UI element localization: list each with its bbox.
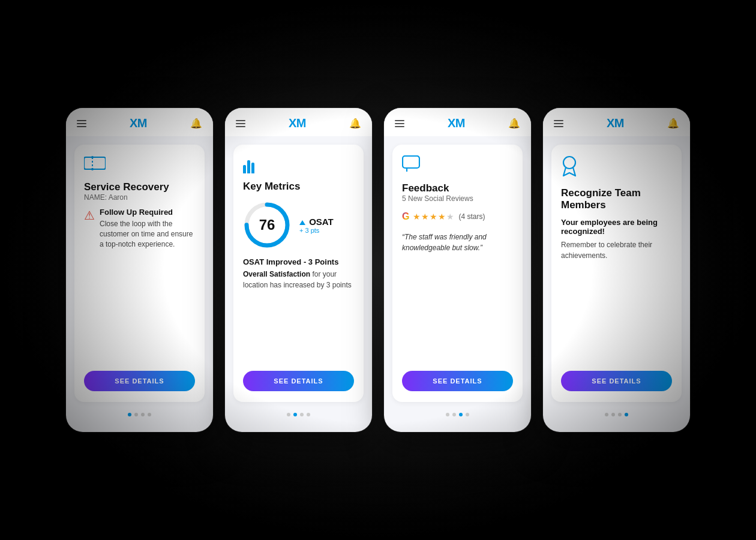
card-subtitle-3: 5 New Social Reviews — [402, 194, 513, 203]
phone-header-2: XM 🔔 — [225, 108, 372, 136]
phone-header-4: XM 🔔 — [543, 108, 690, 136]
alert-title: Follow Up Required — [100, 208, 195, 217]
svg-point-2 — [91, 168, 94, 170]
stars-label: (4 stars) — [458, 212, 485, 221]
menu-icon-3[interactable] — [395, 120, 404, 127]
card-service-recovery: Service Recovery NAME: Aaron ⚠ Follow Up… — [74, 145, 205, 402]
card-title-2: Key Metrics — [243, 181, 354, 193]
dots-2 — [233, 408, 364, 424]
dot-4-1 — [611, 413, 615, 416]
card-title-1: Service Recovery — [84, 181, 195, 193]
triangle-up-icon — [299, 220, 305, 225]
bell-icon-3[interactable]: 🔔 — [508, 118, 520, 129]
see-details-button-2[interactable]: SEE DETAILS — [243, 371, 354, 391]
phone-header-1: XM 🔔 — [66, 108, 213, 136]
dot-4-0 — [605, 413, 608, 416]
phone-body-1: Service Recovery NAME: Aaron ⚠ Follow Up… — [66, 136, 213, 432]
metrics-bold: Overall Satisfaction — [243, 270, 310, 278]
metrics-headline: OSAT Improved - 3 Points — [243, 257, 354, 266]
dot-2-0 — [287, 413, 290, 416]
svg-rect-0 — [84, 157, 106, 169]
card-title-4: Recognize Team Members — [561, 187, 672, 212]
osat-ring-container: 76 — [243, 201, 291, 249]
dot-4-2 — [618, 413, 622, 416]
phone-card-recognize: XM 🔔 Recognize Team Members Your employe… — [543, 108, 690, 432]
chat-icon — [402, 155, 513, 175]
see-details-button-3[interactable]: SEE DETAILS — [402, 371, 513, 391]
phone-card-key-metrics: XM 🔔 Key Metrics — [225, 108, 372, 432]
google-logo: G — [402, 211, 409, 222]
dots-4 — [551, 408, 682, 424]
xm-logo-1: XM — [130, 116, 147, 130]
dot-2-2 — [300, 413, 304, 416]
alert-body: Close the loop with the customer on time… — [100, 219, 195, 249]
menu-icon-1[interactable] — [77, 120, 86, 127]
card-title-3: Feedback — [402, 182, 513, 194]
osat-label-container: OSAT + 3 pts — [299, 217, 334, 234]
osat-delta: + 3 pts — [299, 227, 334, 234]
dot-3-1 — [452, 413, 456, 416]
award-icon — [561, 155, 672, 180]
xm-logo-2: XM — [289, 116, 306, 130]
phone-header-3: XM 🔔 — [384, 108, 531, 136]
see-details-button-1[interactable]: SEE DETAILS — [84, 371, 195, 391]
bell-icon-4[interactable]: 🔔 — [667, 118, 679, 129]
phone-body-2: Key Metrics 76 OSAT + 3 — [225, 136, 372, 432]
alert-section: ⚠ Follow Up Required Close the loop with… — [84, 208, 195, 249]
osat-ring: 76 OSAT + 3 pts — [243, 201, 354, 249]
alert-icon: ⚠ — [84, 208, 95, 223]
metrics-body: OSAT Improved - 3 Points Overall Satisfa… — [243, 257, 354, 290]
bell-icon-1[interactable]: 🔔 — [190, 118, 202, 129]
dot-2-3 — [307, 413, 310, 416]
osat-title: OSAT — [299, 217, 334, 227]
dot-1-0 — [128, 413, 131, 416]
svg-rect-5 — [403, 156, 419, 168]
dot-3-2 — [459, 413, 463, 416]
recognize-bold: Your employees are being recognized! — [561, 218, 672, 236]
recognize-body: Your employees are being recognized! Rem… — [561, 218, 672, 261]
dot-4-3 — [625, 413, 628, 416]
osat-title-text: OSAT — [309, 217, 334, 227]
star-rating: ★★★★★ — [413, 212, 455, 221]
card-key-metrics: Key Metrics 76 OSAT + 3 — [233, 145, 364, 402]
menu-icon-4[interactable] — [554, 120, 563, 127]
dot-3-3 — [466, 413, 469, 416]
dot-2-1 — [293, 413, 297, 416]
dot-3-0 — [446, 413, 449, 416]
see-details-button-4[interactable]: SEE DETAILS — [561, 371, 672, 391]
osat-value: 76 — [259, 217, 275, 233]
recognize-text: Remember to celebrate their achievements… — [561, 239, 672, 261]
phone-card-feedback: XM 🔔 Feedback 5 New Social Reviews G ★★★… — [384, 108, 531, 432]
metrics-body-text: Overall Satisfaction for your location h… — [243, 269, 354, 290]
bar-chart-icon — [243, 155, 354, 173]
dots-1 — [74, 408, 205, 424]
dot-1-2 — [141, 413, 145, 416]
phone-body-3: Feedback 5 New Social Reviews G ★★★★★ (4… — [384, 136, 531, 432]
scene: XM 🔔 Service Recovery NAME: Aaron — [48, 84, 708, 456]
xm-logo-3: XM — [448, 116, 465, 130]
review-quote: “The staff was friendly and knowledgeabl… — [402, 232, 513, 253]
svg-point-6 — [563, 157, 575, 169]
card-recognize: Recognize Team Members Your employees ar… — [551, 145, 682, 402]
svg-point-1 — [91, 156, 94, 158]
bell-icon-2[interactable]: 🔔 — [349, 118, 361, 129]
menu-icon-2[interactable] — [236, 120, 245, 127]
card-feedback: Feedback 5 New Social Reviews G ★★★★★ (4… — [392, 145, 523, 402]
alert-text: Follow Up Required Close the loop with t… — [100, 208, 195, 249]
dot-1-1 — [134, 413, 138, 416]
phone-body-4: Recognize Team Members Your employees ar… — [543, 136, 690, 432]
dots-3 — [392, 408, 523, 424]
ticket-icon — [84, 155, 195, 174]
phone-card-service-recovery: XM 🔔 Service Recovery NAME: Aaron — [66, 108, 213, 432]
card-subtitle-1: NAME: Aaron — [84, 193, 195, 202]
google-review: G ★★★★★ (4 stars) — [402, 211, 513, 222]
dot-1-3 — [148, 413, 151, 416]
xm-logo-4: XM — [607, 116, 624, 130]
